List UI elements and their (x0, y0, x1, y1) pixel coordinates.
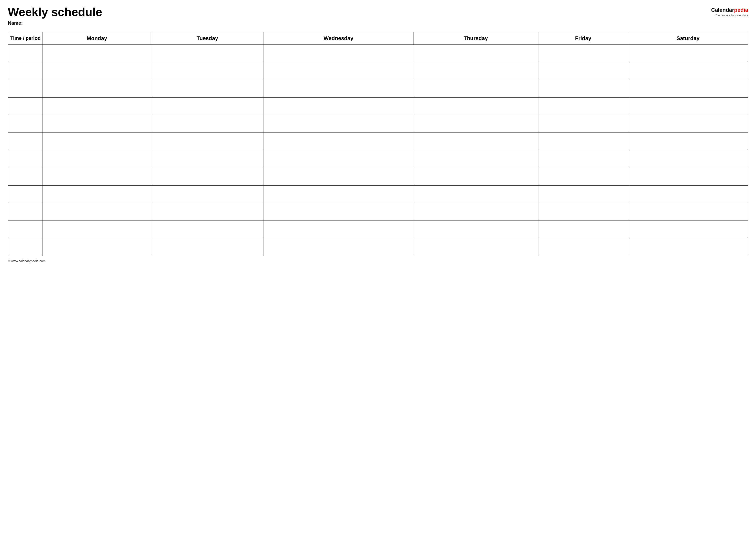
schedule-cell[interactable] (413, 115, 538, 133)
schedule-cell[interactable] (264, 62, 413, 80)
schedule-cell[interactable] (151, 98, 264, 115)
schedule-cell[interactable] (264, 203, 413, 221)
schedule-cell[interactable] (628, 98, 748, 115)
schedule-cell[interactable] (628, 62, 748, 80)
schedule-cell[interactable] (264, 98, 413, 115)
schedule-cell[interactable] (628, 45, 748, 62)
schedule-cell[interactable] (413, 80, 538, 98)
schedule-cell[interactable] (413, 221, 538, 238)
schedule-cell[interactable] (628, 221, 748, 238)
schedule-cell[interactable] (628, 150, 748, 168)
schedule-cell[interactable] (538, 98, 628, 115)
schedule-cell[interactable] (413, 133, 538, 150)
schedule-cell[interactable] (264, 150, 413, 168)
schedule-cell[interactable] (151, 115, 264, 133)
schedule-cell[interactable] (264, 45, 413, 62)
schedule-cell[interactable] (413, 238, 538, 256)
table-row (8, 168, 748, 185)
schedule-cell[interactable] (151, 185, 264, 203)
table-row (8, 45, 748, 62)
schedule-cell[interactable] (151, 221, 264, 238)
schedule-cell[interactable] (628, 168, 748, 185)
time-cell[interactable] (8, 115, 43, 133)
table-row (8, 238, 748, 256)
time-cell[interactable] (8, 221, 43, 238)
schedule-cell[interactable] (628, 203, 748, 221)
col-header-tuesday: Tuesday (151, 32, 264, 45)
schedule-cell[interactable] (538, 203, 628, 221)
time-cell[interactable] (8, 62, 43, 80)
schedule-cell[interactable] (413, 62, 538, 80)
schedule-cell[interactable] (538, 150, 628, 168)
time-cell[interactable] (8, 203, 43, 221)
schedule-cell[interactable] (413, 168, 538, 185)
schedule-cell[interactable] (628, 80, 748, 98)
schedule-cell[interactable] (264, 185, 413, 203)
time-cell[interactable] (8, 168, 43, 185)
schedule-cell[interactable] (628, 185, 748, 203)
time-cell[interactable] (8, 80, 43, 98)
schedule-cell[interactable] (413, 150, 538, 168)
time-cell[interactable] (8, 238, 43, 256)
schedule-cell[interactable] (538, 238, 628, 256)
time-cell[interactable] (8, 133, 43, 150)
col-header-monday: Monday (43, 32, 151, 45)
time-cell[interactable] (8, 98, 43, 115)
schedule-cell[interactable] (264, 115, 413, 133)
schedule-cell[interactable] (43, 238, 151, 256)
schedule-cell[interactable] (43, 221, 151, 238)
schedule-cell[interactable] (43, 168, 151, 185)
schedule-cell[interactable] (43, 150, 151, 168)
schedule-cell[interactable] (264, 221, 413, 238)
schedule-cell[interactable] (151, 133, 264, 150)
schedule-cell[interactable] (628, 238, 748, 256)
schedule-cell[interactable] (151, 168, 264, 185)
schedule-cell[interactable] (413, 203, 538, 221)
schedule-cell[interactable] (43, 45, 151, 62)
schedule-cell[interactable] (538, 168, 628, 185)
table-row (8, 150, 748, 168)
schedule-cell[interactable] (538, 80, 628, 98)
schedule-cell[interactable] (538, 115, 628, 133)
schedule-cell[interactable] (151, 203, 264, 221)
logo-tagline: Your source for calendars (715, 14, 748, 17)
schedule-cell[interactable] (538, 45, 628, 62)
schedule-cell[interactable] (43, 185, 151, 203)
schedule-cell[interactable] (151, 45, 264, 62)
schedule-cell[interactable] (151, 80, 264, 98)
title-section: Weekly schedule Name: (8, 6, 102, 26)
logo-pedia: pedia (734, 7, 748, 13)
schedule-cell[interactable] (413, 98, 538, 115)
schedule-cell[interactable] (43, 98, 151, 115)
footer-url: © www.calendarpedia.com (8, 259, 46, 263)
schedule-cell[interactable] (43, 62, 151, 80)
schedule-cell[interactable] (151, 150, 264, 168)
schedule-cell[interactable] (43, 80, 151, 98)
time-cell[interactable] (8, 45, 43, 62)
time-cell[interactable] (8, 150, 43, 168)
schedule-cell[interactable] (151, 238, 264, 256)
page-title: Weekly schedule (8, 6, 102, 19)
col-header-wednesday: Wednesday (264, 32, 413, 45)
schedule-cell[interactable] (43, 203, 151, 221)
schedule-cell[interactable] (538, 133, 628, 150)
schedule-cell[interactable] (628, 133, 748, 150)
time-cell[interactable] (8, 185, 43, 203)
schedule-cell[interactable] (264, 80, 413, 98)
footer: © www.calendarpedia.com (8, 259, 748, 263)
table-row (8, 98, 748, 115)
schedule-cell[interactable] (43, 115, 151, 133)
schedule-cell[interactable] (264, 133, 413, 150)
schedule-cell[interactable] (264, 168, 413, 185)
schedule-cell[interactable] (264, 238, 413, 256)
schedule-cell[interactable] (538, 62, 628, 80)
schedule-cell[interactable] (413, 45, 538, 62)
table-row (8, 80, 748, 98)
name-label: Name: (8, 20, 102, 26)
schedule-cell[interactable] (413, 185, 538, 203)
schedule-cell[interactable] (43, 133, 151, 150)
schedule-cell[interactable] (628, 115, 748, 133)
schedule-cell[interactable] (538, 221, 628, 238)
schedule-cell[interactable] (538, 185, 628, 203)
schedule-cell[interactable] (151, 62, 264, 80)
